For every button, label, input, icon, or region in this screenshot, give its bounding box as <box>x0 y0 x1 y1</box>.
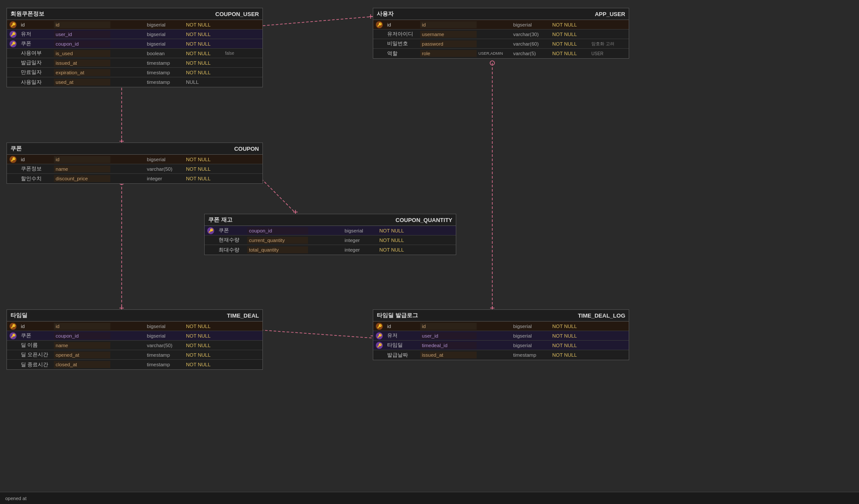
col-notnull: NOT NULL <box>184 60 223 66</box>
col-type: timestamp <box>145 351 184 358</box>
fk-icon: 🔑 <box>373 332 385 340</box>
col-type: timestamp <box>145 69 184 76</box>
col-en: id <box>54 323 110 330</box>
table-row: 비밀번호 password varchar(60) NOT NULL 암호화 고… <box>373 39 629 49</box>
col-en: coupon_id <box>247 227 308 234</box>
col-type: varchar(50) <box>145 166 184 172</box>
col-kr: 사용일자 <box>19 78 54 86</box>
col-domain <box>110 325 145 327</box>
table-row: 발급날짜 issued_at timestamp NOT NULL <box>373 350 629 360</box>
col-en: expiration_at <box>54 69 110 76</box>
col-default <box>223 159 262 160</box>
col-notnull: NOT NULL <box>184 40 223 47</box>
col-default <box>417 239 456 241</box>
col-notnull: NOT NULL <box>551 50 590 57</box>
col-domain <box>308 230 343 232</box>
no-icon <box>7 81 19 83</box>
fk-icon: 🔑 <box>7 30 19 39</box>
col-en: username <box>420 31 477 38</box>
table-row: 🔑 유저 user_id bigserial NOT NULL <box>373 331 629 341</box>
pk-icon: 🔑 <box>7 155 19 164</box>
no-icon <box>7 354 19 356</box>
coupon-quantity-kr-name: 쿠폰 재고 <box>208 216 232 224</box>
col-default <box>223 354 262 356</box>
col-en: is_used <box>54 50 110 57</box>
no-icon <box>7 345 19 346</box>
col-en: current_quantity <box>247 237 308 244</box>
col-default <box>223 43 262 45</box>
col-kr: 발급날짜 <box>385 351 420 359</box>
col-type: timestamp <box>145 79 184 86</box>
app-user-table: 사용자 APP_USER 🔑 id id bigserial NOT NULL … <box>373 8 629 59</box>
col-notnull: NOT NULL <box>378 237 417 244</box>
col-kr: 사용여부 <box>19 49 54 57</box>
col-default <box>223 178 262 179</box>
col-domain <box>477 33 511 35</box>
col-type: bigserial <box>145 323 184 330</box>
col-default <box>223 345 262 346</box>
col-kr: 딜 종료시간 <box>19 361 54 369</box>
col-en: role <box>420 50 477 57</box>
col-default <box>223 24 262 26</box>
app-user-header: 사용자 APP_USER <box>373 8 629 20</box>
table-row: 쿠폰정보 name varchar(50) NOT NULL <box>7 164 262 174</box>
col-default <box>590 325 629 327</box>
col-en: total_quantity <box>247 246 308 253</box>
col-en: discount_price <box>54 175 110 182</box>
pk-icon: 🔑 <box>7 20 19 29</box>
fk-icon: 🔑 <box>7 40 19 48</box>
table-row: 🔑 id id bigserial NOT NULL <box>7 20 262 30</box>
time-deal-en-name: TIME_DEAL <box>227 312 259 319</box>
col-type: integer <box>343 246 378 253</box>
no-icon <box>7 364 19 365</box>
col-type: bigserial <box>145 40 184 47</box>
col-notnull: NULL <box>184 79 223 86</box>
col-kr: 유저 <box>385 332 420 340</box>
col-domain <box>110 62 145 64</box>
pk-icon: 🔑 <box>373 322 385 331</box>
col-default: false <box>223 50 262 56</box>
col-domain <box>110 364 145 365</box>
fk-icon: 🔑 <box>7 332 19 340</box>
col-type: bigserial <box>145 156 184 163</box>
time-deal-header: 타임딜 TIME_DEAL <box>7 310 262 322</box>
col-kr: 쿠폰 <box>19 332 54 340</box>
col-en: name <box>54 166 110 172</box>
col-default <box>590 354 629 356</box>
col-notnull: NOT NULL <box>551 31 590 38</box>
col-default <box>590 335 629 337</box>
pk-icon: 🔑 <box>373 20 385 29</box>
col-type: timestamp <box>145 361 184 368</box>
no-icon <box>205 239 217 241</box>
col-type: varchar(60) <box>511 40 551 47</box>
col-notnull: NOT NULL <box>184 69 223 76</box>
table-row: 딜 이름 name varchar(50) NOT NULL <box>7 341 262 350</box>
time-deal-log-header: 타임딜 발급로그 TIME_DEAL_LOG <box>373 310 629 322</box>
col-en: id <box>420 21 477 28</box>
col-en: issued_at <box>420 351 477 358</box>
table-row: 할인수치 discount_price integer NOT NULL <box>7 174 262 183</box>
col-domain <box>110 345 145 346</box>
time-deal-table: 타임딜 TIME_DEAL 🔑 id id bigserial NOT NULL… <box>7 309 263 370</box>
col-kr: id <box>19 21 54 28</box>
coupon-quantity-en-name: COUPON_QUANTITY <box>395 217 452 223</box>
col-kr: 딜 이름 <box>19 341 54 349</box>
col-default: 암호화 고려 <box>590 40 629 48</box>
col-kr: 쿠폰 <box>217 226 247 235</box>
col-domain <box>110 168 145 170</box>
col-default <box>223 325 262 327</box>
status-bar: opened at <box>0 492 859 504</box>
no-icon <box>373 43 385 45</box>
col-notnull: NOT NULL <box>184 50 223 57</box>
fk-icon: 🔑 <box>205 226 217 235</box>
table-row: 최대수량 total_quantity integer NOT NULL <box>205 245 456 255</box>
col-default <box>223 168 262 170</box>
col-domain <box>477 354 511 356</box>
col-domain <box>477 335 511 337</box>
col-type: bigserial <box>145 31 184 38</box>
col-default: USER <box>590 50 629 57</box>
col-en: id <box>420 323 477 330</box>
col-en: timedeal_id <box>420 342 477 349</box>
col-notnull: NOT NULL <box>184 31 223 38</box>
col-kr: 할인수치 <box>19 175 54 183</box>
